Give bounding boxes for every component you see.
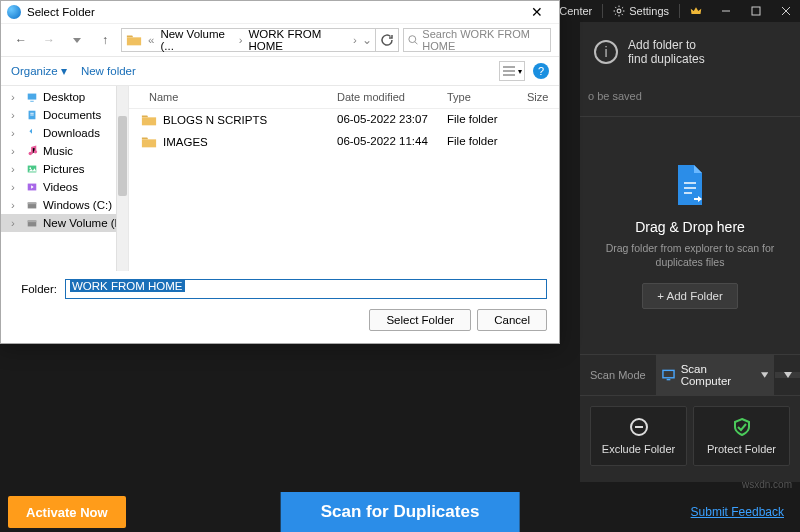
sidebar-item[interactable]: ›Documents [1,106,128,124]
crown-button[interactable] [682,0,710,22]
expand-icon: › [11,127,21,139]
dialog-titlebar[interactable]: Select Folder ✕ [1,1,559,23]
hint-line1: Add folder to [628,38,705,52]
dialog-close-button[interactable]: ✕ [521,1,553,23]
sidebar-label: Desktop [43,91,85,103]
sidebar-item[interactable]: ›Pictures [1,160,128,178]
forward-button[interactable]: → [37,28,61,52]
sidebar-item[interactable]: ›New Volume (D [1,214,128,232]
sidebar-item[interactable]: ›Downloads [1,124,128,142]
new-folder-button[interactable]: New folder [81,65,136,77]
breadcrumb-seg-volume[interactable]: New Volume (... [156,28,236,52]
sidebar-label: Videos [43,181,78,193]
file-date: 06-05-2022 11:44 [329,135,439,149]
help-button[interactable]: ? [533,63,549,79]
add-folder-button[interactable]: + Add Folder [642,283,738,309]
divider [679,4,680,18]
shield-check-icon [732,417,752,437]
maximize-button[interactable] [742,0,770,22]
gear-icon [613,5,625,17]
up-button[interactable]: ↑ [93,28,117,52]
settings-button[interactable]: Settings [605,0,677,22]
breadcrumb[interactable]: « New Volume (... › WORK FROM HOME › ⌄ [121,28,399,52]
expand-icon: › [11,181,21,193]
sidebar-item[interactable]: ›Windows (C:) [1,196,128,214]
document-icon [672,163,708,207]
folder-input[interactable]: WORK FROM HOME [65,279,547,299]
dialog-body: ›Desktop›Documents›Downloads›Music›Pictu… [1,85,559,271]
sidebar-item[interactable]: ›Music [1,142,128,160]
sidebar-label: Pictures [43,163,85,175]
col-name[interactable]: Name [129,91,329,103]
list-view-icon [502,65,516,77]
activate-button[interactable]: Activate Now [8,496,126,528]
drop-zone[interactable]: Drag & Drop here Drag folder from explor… [580,117,800,354]
folder-icon [141,113,157,127]
sidebar-item[interactable]: ›Videos [1,178,128,196]
expand-icon: › [11,163,21,175]
chevron-right-icon: › [351,34,359,46]
minimize-button[interactable] [712,0,740,22]
sidebar-item[interactable]: ›Desktop [1,88,128,106]
sidebar-label: New Volume (D [43,217,123,229]
scan-mode-value: Scan Computer [681,363,755,387]
sidebar-scrollbar[interactable] [116,86,128,271]
sidebar-label: Music [43,145,73,157]
organize-button[interactable]: Organize ▾ [11,64,67,78]
expand-icon: › [11,145,21,157]
svg-rect-15 [28,220,37,222]
scrollbar-thumb[interactable] [118,116,127,196]
dialog-sidebar: ›Desktop›Documents›Downloads›Music›Pictu… [1,86,129,271]
select-folder-button[interactable]: Select Folder [369,309,471,331]
search-placeholder: Search WORK FROM HOME [422,28,546,52]
select-folder-dialog: Select Folder ✕ ← → ↑ « New Volume (... … [0,0,560,344]
item-icon [25,199,39,211]
file-row[interactable]: IMAGES06-05-2022 11:44File folder [129,131,559,153]
cancel-button[interactable]: Cancel [477,309,547,331]
breadcrumb-seg-folder[interactable]: WORK FROM HOME [245,28,351,52]
file-list-header[interactable]: Name Date modified Type Size [129,86,559,109]
item-icon [25,145,39,157]
item-icon [25,181,39,193]
view-button[interactable]: ▾ [499,61,525,81]
scan-mode-select[interactable]: Scan Computer [656,355,774,395]
sidebar-label: Documents [43,109,101,121]
refresh-button[interactable] [375,29,398,51]
exclude-label: Exclude Folder [602,443,675,455]
item-icon [25,91,39,103]
sidebar-label: Windows (C:) [43,199,112,211]
exclude-folder-button[interactable]: Exclude Folder [590,406,687,466]
folder-row: Folder: WORK FROM HOME [13,279,547,299]
protect-folder-button[interactable]: Protect Folder [693,406,790,466]
item-icon [25,217,39,229]
folder-label: Folder: [13,283,57,295]
col-type[interactable]: Type [439,91,519,103]
expand-icon: › [11,91,21,103]
breadcrumb-dropdown[interactable]: ⌄ [359,33,375,47]
file-row[interactable]: BLOGS N SCRIPTS06-05-2022 23:07File fold… [129,109,559,131]
back-button[interactable]: ← [9,28,33,52]
submit-feedback-link[interactable]: Submit Feedback [691,505,784,519]
recent-dropdown[interactable] [65,28,89,52]
search-input[interactable]: Search WORK FROM HOME [403,28,551,52]
dialog-footer: Folder: WORK FROM HOME Select Folder Can… [1,271,559,343]
drop-title: Drag & Drop here [635,219,745,235]
col-size[interactable]: Size [519,91,559,103]
folder-value: WORK FROM HOME [70,280,185,292]
chevron-left-icon: « [146,34,156,46]
col-date[interactable]: Date modified [329,91,439,103]
svg-rect-2 [663,370,674,377]
expand-icon: › [11,199,21,211]
close-button[interactable] [772,0,800,22]
add-folder-hint: i Add folder to find duplicates [580,28,800,76]
protect-label: Protect Folder [707,443,776,455]
settings-label: Settings [629,5,669,17]
monitor-icon [662,369,675,381]
chevron-right-icon: › [237,34,245,46]
scan-mode-row: Scan Mode Scan Computer [580,354,800,396]
scan-duplicates-button[interactable]: Scan for Duplicates [281,492,520,532]
close-icon [781,6,791,16]
be-saved-text: o be saved [580,76,800,117]
search-icon [408,34,418,46]
scan-mode-expand[interactable] [774,372,800,378]
